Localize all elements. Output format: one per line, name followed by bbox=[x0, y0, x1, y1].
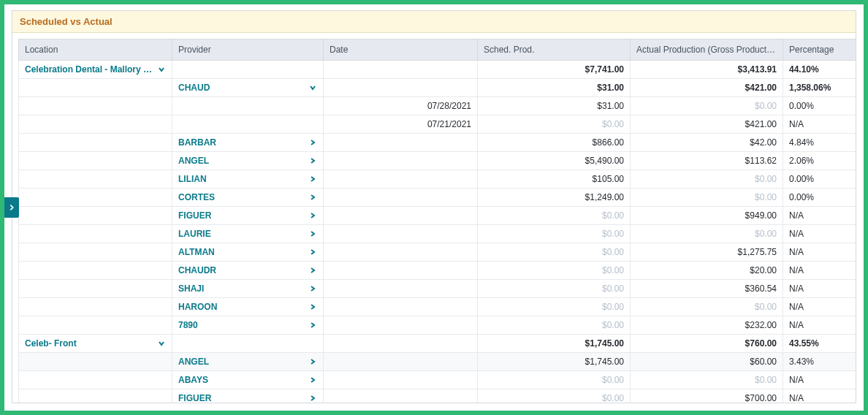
provider-link[interactable]: LAURIE bbox=[178, 229, 211, 239]
chevron-right-icon[interactable] bbox=[308, 357, 317, 366]
provider-link[interactable]: ABAYS bbox=[178, 375, 208, 385]
sidebar-expand-handle[interactable] bbox=[4, 197, 19, 218]
provider-link[interactable]: HAROON bbox=[178, 302, 217, 312]
provider-cell[interactable]: FIGUER bbox=[172, 389, 324, 403]
provider-link[interactable]: 7890 bbox=[178, 320, 198, 330]
provider-cell bbox=[172, 97, 324, 115]
date-cell bbox=[324, 280, 478, 298]
table-header-row: Location Provider Date Sched. Prod. Actu… bbox=[19, 39, 856, 61]
location-cell[interactable]: Celebration Dental - Mallory Circle bbox=[19, 61, 172, 79]
date-cell bbox=[324, 371, 478, 389]
date-cell bbox=[324, 79, 478, 97]
chevron-down-icon[interactable] bbox=[157, 65, 166, 74]
sched-prod-cell: $0.00 bbox=[478, 316, 631, 335]
table-scroll-container[interactable]: Location Provider Date Sched. Prod. Actu… bbox=[12, 33, 856, 403]
chevron-right-icon[interactable] bbox=[308, 321, 317, 330]
date-cell bbox=[324, 61, 478, 79]
provider-link[interactable]: ANGEL bbox=[178, 357, 209, 367]
sched-prod-cell: $0.00 bbox=[478, 262, 631, 280]
percentage-cell: 3.43% bbox=[783, 353, 856, 371]
location-cell bbox=[19, 389, 172, 403]
chevron-right-icon[interactable] bbox=[308, 193, 317, 202]
provider-link[interactable]: SHAJI bbox=[178, 283, 204, 294]
sched-prod-cell: $105.00 bbox=[478, 170, 631, 189]
provider-cell[interactable]: LILIAN bbox=[172, 170, 324, 189]
provider-cell[interactable]: ANGEL bbox=[172, 152, 324, 170]
col-percentage[interactable]: Percentage bbox=[783, 39, 856, 61]
col-actual-prod[interactable]: Actual Production (Gross Production (DO… bbox=[631, 39, 783, 61]
sched-prod-cell: $31.00 bbox=[478, 79, 631, 97]
provider-cell[interactable]: ALTMAN bbox=[172, 243, 324, 262]
provider-link[interactable]: LILIAN bbox=[178, 174, 207, 184]
actual-prod-cell: $760.00 bbox=[631, 335, 783, 353]
location-cell bbox=[19, 316, 172, 335]
location-cell bbox=[19, 262, 172, 280]
scheduled-vs-actual-table: Location Provider Date Sched. Prod. Actu… bbox=[18, 39, 856, 403]
percentage-cell: 0.00% bbox=[783, 97, 856, 115]
provider-cell[interactable]: HAROON bbox=[172, 298, 324, 316]
chevron-right-icon[interactable] bbox=[308, 284, 317, 293]
chevron-right-icon[interactable] bbox=[308, 302, 317, 311]
location-link[interactable]: Celebration Dental - Mallory Circle bbox=[25, 64, 167, 75]
provider-cell[interactable]: ANGEL bbox=[172, 353, 324, 371]
actual-prod-cell: $3,413.91 bbox=[631, 61, 783, 79]
provider-cell[interactable]: CHAUD bbox=[172, 79, 324, 97]
chevron-right-icon[interactable] bbox=[308, 175, 317, 183]
provider-cell[interactable]: CORTES bbox=[172, 189, 324, 207]
location-link[interactable]: Celeb- Front bbox=[25, 338, 77, 349]
provider-cell[interactable]: LAURIE bbox=[172, 225, 324, 243]
percentage-cell: N/A bbox=[783, 298, 856, 316]
col-date[interactable]: Date bbox=[324, 39, 478, 61]
actual-prod-cell: $360.54 bbox=[631, 280, 783, 298]
chevron-right-icon bbox=[8, 204, 15, 211]
chevron-down-icon[interactable] bbox=[308, 83, 317, 92]
chevron-right-icon[interactable] bbox=[308, 376, 317, 384]
percentage-cell: N/A bbox=[783, 371, 856, 389]
provider-link[interactable]: CHAUD bbox=[178, 83, 210, 93]
provider-link[interactable]: BARBAR bbox=[178, 137, 216, 148]
chevron-right-icon[interactable] bbox=[308, 156, 317, 165]
provider-cell[interactable]: SHAJI bbox=[172, 280, 324, 298]
provider-link[interactable]: FIGUER bbox=[178, 210, 211, 221]
location-cell[interactable]: Celeb- Front bbox=[19, 335, 172, 353]
location-cell bbox=[19, 280, 172, 298]
chevron-right-icon[interactable] bbox=[308, 266, 317, 275]
actual-prod-cell: $0.00 bbox=[631, 371, 783, 389]
chevron-right-icon[interactable] bbox=[308, 394, 317, 403]
date-cell bbox=[324, 189, 478, 207]
date-cell bbox=[324, 134, 478, 152]
provider-link[interactable]: ANGEL bbox=[178, 156, 209, 166]
chevron-down-icon[interactable] bbox=[157, 339, 166, 348]
actual-prod-cell: $0.00 bbox=[631, 97, 783, 115]
table-row: BARBAR$866.00$42.004.84% bbox=[19, 134, 856, 152]
col-sched-prod[interactable]: Sched. Prod. bbox=[478, 39, 631, 61]
location-cell bbox=[19, 371, 172, 389]
provider-cell[interactable]: ABAYS bbox=[172, 371, 324, 389]
date-cell bbox=[324, 262, 478, 280]
col-provider[interactable]: Provider bbox=[172, 39, 324, 61]
percentage-cell: 1,358.06% bbox=[783, 79, 856, 97]
provider-link[interactable]: CHAUDR bbox=[178, 265, 216, 275]
provider-link[interactable]: ALTMAN bbox=[178, 247, 215, 257]
provider-link[interactable]: FIGUER bbox=[178, 393, 211, 403]
provider-cell[interactable]: FIGUER bbox=[172, 207, 324, 225]
chevron-right-icon[interactable] bbox=[308, 229, 317, 238]
table-row: Celebration Dental - Mallory Circle$7,74… bbox=[19, 61, 856, 79]
col-location[interactable]: Location bbox=[19, 39, 172, 61]
percentage-cell: N/A bbox=[783, 280, 856, 298]
percentage-cell: 2.06% bbox=[783, 152, 856, 170]
provider-cell[interactable]: CHAUDR bbox=[172, 262, 324, 280]
provider-link[interactable]: CORTES bbox=[178, 192, 215, 202]
chevron-right-icon[interactable] bbox=[308, 138, 317, 147]
location-cell bbox=[19, 298, 172, 316]
date-cell bbox=[324, 170, 478, 189]
location-cell bbox=[19, 189, 172, 207]
location-cell bbox=[19, 134, 172, 152]
chevron-right-icon[interactable] bbox=[308, 211, 317, 220]
chevron-right-icon[interactable] bbox=[308, 248, 317, 256]
sched-prod-cell: $7,741.00 bbox=[478, 61, 631, 79]
provider-cell[interactable]: 7890 bbox=[172, 316, 324, 335]
provider-cell[interactable]: BARBAR bbox=[172, 134, 324, 152]
table-row: ALTMAN$0.00$1,275.75N/A bbox=[19, 243, 856, 262]
sched-prod-cell: $0.00 bbox=[478, 389, 631, 403]
